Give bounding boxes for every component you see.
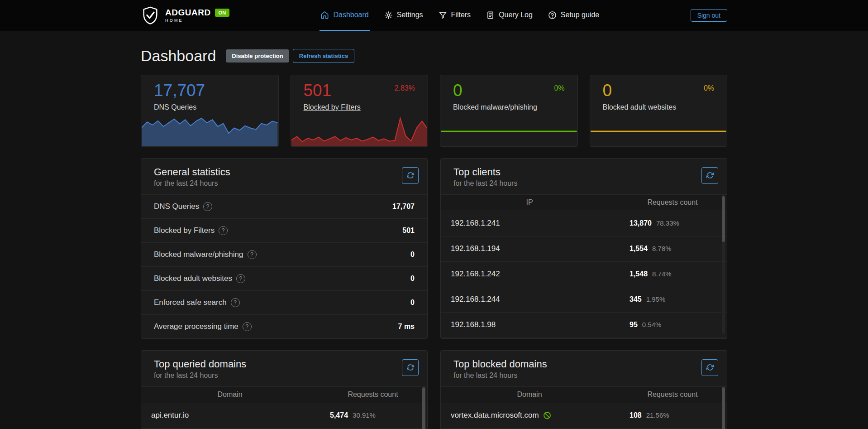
top-queried-domains-card: Top queried domains for the last 24 hour… (141, 350, 428, 429)
stat-row-label: Blocked adult websites (154, 274, 232, 283)
scrollbar (422, 386, 425, 429)
stat-card-dns-queries: 17,707 DNS Queries (141, 75, 279, 147)
requests-percent: 21.56% (646, 411, 669, 419)
client-ip[interactable]: 192.168.1.194 (451, 244, 630, 253)
client-ip[interactable]: 192.168.1.242 (451, 270, 630, 279)
sign-out-button[interactable]: Sign out (691, 9, 727, 22)
stat-value: 0 (603, 81, 612, 101)
requests-count: 345 (630, 295, 642, 304)
domain-row: vortex.data.microsoft.com 108 21.56% (441, 403, 727, 429)
page-header: Dashboard Disable protection Refresh sta… (141, 47, 727, 65)
refresh-button[interactable] (402, 167, 419, 184)
stat-label: Blocked malware/phishing (453, 103, 537, 111)
blocked-by-filters-link[interactable]: Blocked by Filters (304, 103, 361, 111)
stat-percent: 0% (704, 84, 714, 92)
requests-count: 1,548 (630, 270, 648, 278)
general-statistics-card: General statistics for the last 24 hours… (141, 158, 428, 339)
scrollbar-thumb[interactable] (722, 387, 725, 429)
nav-item-filters[interactable]: Filters (438, 0, 472, 31)
requests-percent: 0.54% (642, 321, 662, 328)
scrollbar-thumb[interactable] (422, 387, 425, 429)
refresh-icon (407, 364, 414, 371)
refresh-button[interactable] (701, 359, 718, 376)
help-icon[interactable] (243, 322, 252, 331)
scrollbar (722, 386, 725, 429)
blocked-filters-sparkline (291, 116, 428, 146)
brand-sub: HOME (165, 18, 229, 23)
stat-row-label: Average processing time (154, 322, 238, 331)
requests-count: 13,870 (630, 219, 652, 227)
column-header-domain: Domain (141, 390, 319, 399)
blocked-malware-sparkline (441, 116, 577, 146)
refresh-statistics-button[interactable]: Refresh statistics (293, 49, 354, 63)
stats-row: Enforced safe search 0 (141, 290, 427, 314)
stat-percent: 0% (554, 84, 564, 92)
blocked-adult-sparkline (591, 116, 727, 146)
brand[interactable]: ADGUARD ON HOME (141, 0, 229, 31)
top-blocked-domains-card: Top blocked domains for the last 24 hour… (440, 350, 727, 429)
client-ip[interactable]: 192.168.1.241 (451, 219, 630, 228)
help-icon[interactable] (203, 202, 212, 211)
scrollbar-thumb[interactable] (722, 196, 725, 242)
stats-row: Blocked malware/phishing 0 (141, 242, 427, 266)
requests-percent: 8.78% (652, 245, 672, 252)
nav-item-setup-guide[interactable]: Setup guide (547, 0, 600, 31)
card-subtitle: for the last 24 hours (154, 371, 415, 380)
card-title: Top clients (453, 166, 714, 178)
card-subtitle: for the last 24 hours (453, 179, 714, 188)
stat-cards-row: 17,707 DNS Queries 501 2.83% Blocked by … (141, 75, 727, 147)
domain-name[interactable]: vortex.data.microsoft.com (451, 411, 539, 420)
stat-label: DNS Queries (154, 103, 196, 111)
card-title: Top blocked domains (453, 358, 714, 370)
refresh-button[interactable] (701, 167, 718, 184)
client-row: 192.168.1.194 1,554 8.78% (441, 236, 727, 262)
stat-row-label: DNS Queries (154, 202, 199, 211)
stat-row-value: 0 (410, 275, 415, 283)
nav-item-query-log[interactable]: Query Log (485, 0, 534, 31)
stat-value: 501 (304, 81, 332, 101)
requests-percent: 1.95% (646, 295, 666, 303)
dashboard-page: Dashboard Disable protection Refresh sta… (141, 47, 727, 429)
help-icon[interactable] (236, 274, 245, 283)
stat-row-value: 0 (410, 299, 415, 307)
disable-protection-button[interactable]: Disable protection (226, 49, 289, 63)
help-circle-icon (548, 11, 557, 19)
stat-value: 17,707 (154, 81, 205, 101)
domain-row: api.entur.io 5,474 30.91% (141, 403, 427, 429)
requests-count: 95 (630, 321, 638, 329)
stat-percent: 2.83% (395, 84, 415, 92)
requests-count: 108 (630, 411, 642, 419)
help-icon[interactable] (248, 250, 257, 259)
nav-item-dashboard[interactable]: Dashboard (320, 0, 369, 31)
app-header: ADGUARD ON HOME Dashboard Settings (0, 0, 868, 31)
stat-label: Blocked adult websites (603, 103, 677, 111)
requests-count: 5,474 (330, 411, 348, 419)
requests-count: 1,554 (630, 245, 648, 253)
stat-card-blocked-adult: 0 0% Blocked adult websites (590, 75, 728, 147)
table-header: IP Requests count (441, 194, 727, 211)
client-row: 192.168.1.98 95 0.54% (441, 313, 727, 338)
nav-item-settings[interactable]: Settings (383, 0, 424, 31)
client-row: 192.168.1.242 1,548 8.74% (441, 262, 727, 287)
help-icon[interactable] (231, 298, 240, 307)
stat-row-label: Blocked by Filters (154, 226, 215, 235)
stat-card-blocked-malware: 0 0% Blocked malware/phishing (440, 75, 578, 147)
client-ip[interactable]: 192.168.1.244 (451, 295, 630, 304)
client-ip[interactable]: 192.168.1.98 (451, 320, 630, 329)
stat-row-value: 501 (402, 227, 415, 235)
card-subtitle: for the last 24 hours (453, 371, 714, 380)
refresh-button[interactable] (402, 359, 419, 376)
card-title: Top queried domains (154, 358, 415, 370)
dns-queries-sparkline (142, 116, 278, 146)
requests-percent: 30.91% (353, 411, 376, 419)
stats-row: DNS Queries 17,707 (141, 194, 427, 218)
column-header-domain: Domain (441, 390, 618, 399)
domain-name[interactable]: api.entur.io (151, 411, 330, 420)
document-icon (486, 11, 495, 19)
card-subtitle: for the last 24 hours (154, 179, 415, 188)
table-header: Domain Requests count (441, 386, 727, 403)
help-icon[interactable] (219, 226, 228, 235)
refresh-icon (706, 172, 714, 179)
gear-icon (384, 11, 393, 19)
requests-percent: 78.33% (656, 219, 679, 227)
